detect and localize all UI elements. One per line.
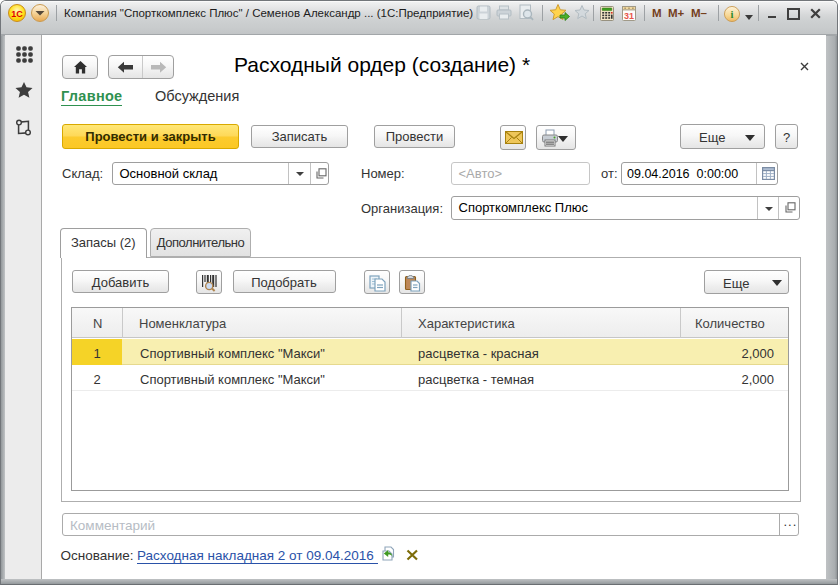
svg-text:31: 31 (624, 11, 634, 21)
svg-text:1C: 1C (11, 9, 23, 19)
svg-text:i: i (731, 9, 734, 20)
